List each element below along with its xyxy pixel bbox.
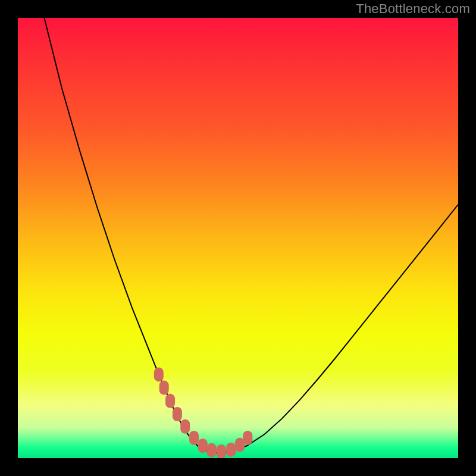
chart-svg xyxy=(18,18,458,458)
marker-point xyxy=(180,419,190,434)
marker-point xyxy=(165,394,175,408)
marker-point xyxy=(207,443,217,458)
marker-point xyxy=(217,444,226,458)
marker-point xyxy=(159,381,169,395)
gradient-background xyxy=(18,18,458,458)
marker-point xyxy=(189,431,199,445)
marker-point xyxy=(173,407,182,421)
plot-area xyxy=(18,18,458,458)
marker-point xyxy=(226,443,236,457)
marker-point xyxy=(198,439,208,453)
outer-frame: TheBottleneck.com xyxy=(0,0,476,476)
marker-point xyxy=(154,367,164,381)
marker-point xyxy=(243,431,252,445)
watermark-text: TheBottleneck.com xyxy=(356,1,470,17)
